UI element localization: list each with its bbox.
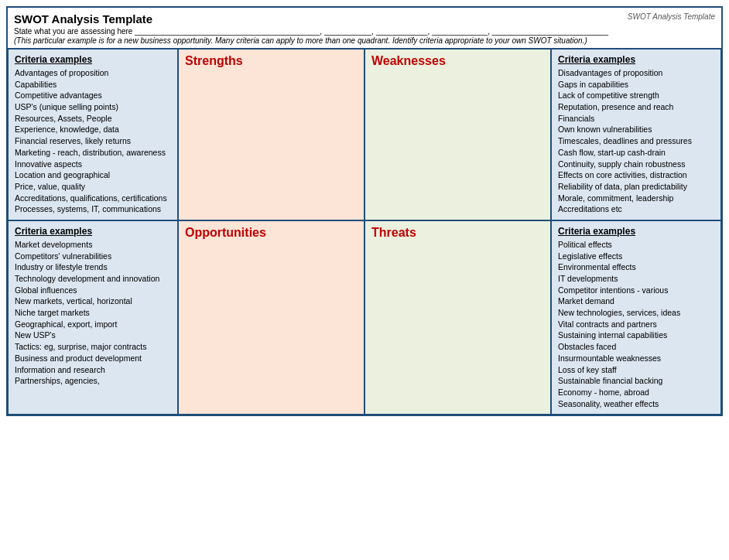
list-item: Competitors' vulnerabilities bbox=[15, 251, 171, 262]
top-left-criteria-header: Criteria examples bbox=[15, 54, 171, 65]
list-item: Cash flow, start-up cash-drain bbox=[558, 147, 714, 159]
bottom-left-criteria-list: Market developments Competitors' vulnera… bbox=[15, 239, 171, 387]
list-item: Seasonality, weather effects bbox=[558, 398, 714, 410]
list-item: Processes, systems, IT, communications bbox=[15, 203, 171, 215]
list-item: Location and geographical bbox=[15, 169, 171, 181]
swot-grid: Criteria examples Advantages of proposit… bbox=[8, 49, 721, 415]
list-item: Market developments bbox=[15, 239, 171, 251]
list-item: New technologies, services, ideas bbox=[558, 307, 714, 319]
list-item: Tactics: eg, surprise, major contracts bbox=[15, 341, 171, 353]
list-item: Political effects bbox=[558, 239, 714, 251]
list-item: Marketing - reach, distribution, awarene… bbox=[15, 147, 171, 159]
list-item: Financials bbox=[558, 113, 714, 125]
list-item: Sustainable financial backing bbox=[558, 375, 714, 387]
list-item: Morale, commitment, leadership bbox=[558, 193, 714, 204]
list-item: Niche target markets bbox=[15, 307, 171, 319]
list-item: Legislative effects bbox=[558, 251, 714, 262]
list-item: Accreditations etc bbox=[558, 203, 714, 215]
list-item: Economy - home, abroad bbox=[558, 387, 714, 398]
top-left-criteria: Criteria examples Advantages of proposit… bbox=[8, 49, 178, 220]
list-item: Business and product development bbox=[15, 353, 171, 364]
list-item: Partnerships, agencies, bbox=[15, 375, 171, 387]
list-item: Continuity, supply chain robustness bbox=[558, 159, 714, 170]
opportunities-header: Opportunities bbox=[185, 226, 358, 240]
list-item: Own known vulnerabilities bbox=[558, 124, 714, 135]
header: SWOT Analysis Template SWOT Analysis Tem… bbox=[8, 8, 721, 49]
list-item: Advantages of proposition bbox=[15, 67, 171, 79]
header-line1: State what you are assessing here ______… bbox=[14, 27, 715, 36]
list-item: New USP's bbox=[15, 330, 171, 341]
swot-container: SWOT Analysis Template SWOT Analysis Tem… bbox=[6, 6, 723, 416]
watermark: SWOT Analysis Template bbox=[628, 12, 715, 21]
list-item: Price, value, quality bbox=[15, 181, 171, 193]
list-item: Vital contracts and partners bbox=[558, 319, 714, 330]
list-item: Competitive advantages bbox=[15, 90, 171, 101]
list-item: Industry or lifestyle trends bbox=[15, 261, 171, 273]
bottom-right-criteria-list: Political effects Legislative effects En… bbox=[558, 239, 714, 409]
list-item: USP's (unique selling points) bbox=[15, 101, 171, 113]
list-item: IT developments bbox=[558, 273, 714, 285]
top-right-criteria-list: Disadvantages of proposition Gaps in cap… bbox=[558, 67, 714, 215]
list-item: Environmental effects bbox=[558, 261, 714, 273]
list-item: Timescales, deadlines and pressures bbox=[558, 135, 714, 147]
bottom-left-criteria-header: Criteria examples bbox=[15, 226, 171, 237]
list-item: Market demand bbox=[558, 295, 714, 307]
header-line2: (This particular example is for a new bu… bbox=[14, 36, 715, 45]
list-item: Sustaining internal capabilities bbox=[558, 330, 714, 341]
list-item: Gaps in capabilities bbox=[558, 79, 714, 90]
list-item: Resources, Assets, People bbox=[15, 113, 171, 125]
list-item: Technology development and innovation bbox=[15, 273, 171, 285]
top-right-criteria: Criteria examples Disadvantages of propo… bbox=[551, 49, 721, 220]
weaknesses-header: Weaknesses bbox=[371, 54, 544, 68]
list-item: Experience, knowledge, data bbox=[15, 124, 171, 135]
list-item: Competitor intentions - various bbox=[558, 285, 714, 296]
threats-header: Threats bbox=[371, 226, 544, 240]
page: SWOT Analysis Template SWOT Analysis Tem… bbox=[0, 0, 729, 560]
list-item: Accreditations, qualifications, certific… bbox=[15, 193, 171, 204]
list-item: Global influences bbox=[15, 285, 171, 296]
list-item: Insurmountable weaknesses bbox=[558, 353, 714, 364]
list-item: Disadvantages of proposition bbox=[558, 67, 714, 79]
top-left-criteria-list: Advantages of proposition Capabilities C… bbox=[15, 67, 171, 215]
bottom-left-criteria: Criteria examples Market developments Co… bbox=[8, 220, 178, 415]
list-item: Reputation, presence and reach bbox=[558, 101, 714, 113]
list-item: New markets, vertical, horizontal bbox=[15, 295, 171, 307]
page-title: SWOT Analysis Template bbox=[14, 12, 715, 26]
strengths-header: Strengths bbox=[185, 54, 358, 68]
list-item: Lack of competitive strength bbox=[558, 90, 714, 101]
top-right-criteria-header: Criteria examples bbox=[558, 54, 714, 65]
list-item: Geographical, export, import bbox=[15, 319, 171, 330]
list-item: Capabilities bbox=[15, 79, 171, 90]
list-item: Financial reserves, likely returns bbox=[15, 135, 171, 147]
strengths-cell: Strengths bbox=[178, 49, 364, 220]
weaknesses-cell: Weaknesses bbox=[364, 49, 551, 220]
threats-cell: Threats bbox=[364, 220, 551, 415]
opportunities-cell: Opportunities bbox=[178, 220, 364, 415]
list-item: Obstacles faced bbox=[558, 341, 714, 353]
bottom-right-criteria-header: Criteria examples bbox=[558, 226, 714, 237]
bottom-right-criteria: Criteria examples Political effects Legi… bbox=[551, 220, 721, 415]
list-item: Information and research bbox=[15, 364, 171, 376]
list-item: Reliability of data, plan predictability bbox=[558, 181, 714, 193]
list-item: Effects on core activities, distraction bbox=[558, 169, 714, 181]
list-item: Innovative aspects bbox=[15, 159, 171, 170]
list-item: Loss of key staff bbox=[558, 364, 714, 376]
